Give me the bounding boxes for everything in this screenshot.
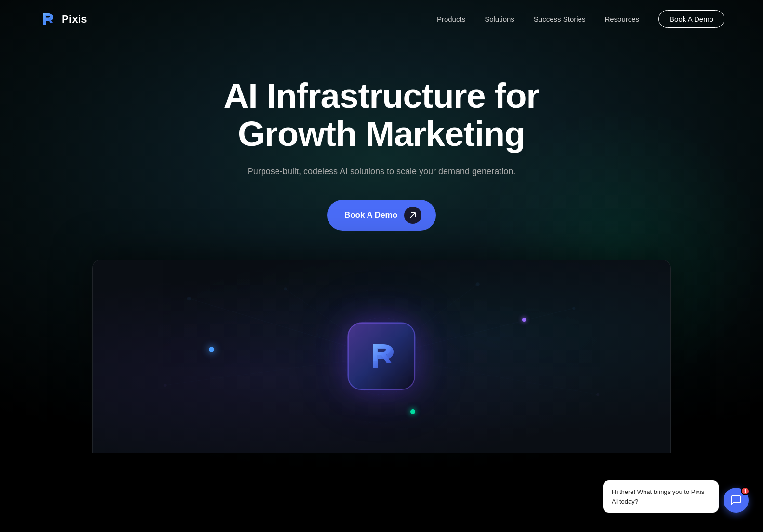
hero-section: AI Infrastructure for Growth Marketing P…: [0, 39, 763, 260]
svg-point-15: [596, 393, 599, 396]
nav-products[interactable]: Products: [437, 15, 465, 23]
dashboard-center-logo: [348, 323, 415, 390]
nav-resources[interactable]: Resources: [605, 15, 639, 23]
dashboard-preview: [92, 260, 671, 453]
page-wrapper: Pixis Products Solutions Success Stories…: [0, 0, 763, 532]
svg-point-12: [476, 283, 480, 286]
dashboard-inner: [93, 260, 670, 453]
chat-bubble: Hi there! What brings you to Pixis AI to…: [603, 480, 719, 513]
chat-widget: Hi there! What brings you to Pixis AI to…: [603, 480, 749, 513]
svg-point-13: [572, 307, 575, 310]
nav-success-stories[interactable]: Success Stories: [534, 15, 586, 23]
chat-open-button[interactable]: 1: [724, 488, 749, 513]
hero-subtitle: Purpose-built, codeless AI solutions to …: [10, 167, 753, 177]
hero-cta-label: Book A Demo: [344, 210, 397, 220]
chat-notification-badge: 1: [741, 487, 750, 495]
floating-dot-blue: [209, 347, 214, 352]
svg-point-11: [284, 288, 287, 291]
navigation: Pixis Products Solutions Success Stories…: [0, 0, 763, 39]
svg-point-10: [187, 297, 191, 301]
floating-dot-purple: [522, 318, 526, 322]
logo-link[interactable]: Pixis: [39, 10, 87, 28]
chat-message: Hi there! What brings you to Pixis AI to…: [612, 488, 704, 505]
nav-solutions[interactable]: Solutions: [485, 15, 514, 23]
hero-title: AI Infrastructure for Growth Marketing: [10, 77, 753, 153]
svg-point-14: [164, 384, 167, 387]
cta-arrow-icon: [404, 207, 421, 224]
pixis-logo-icon: [39, 10, 57, 28]
chat-icon: [730, 494, 742, 506]
nav-links: Products Solutions Success Stories Resou…: [437, 15, 724, 24]
hero-cta-button[interactable]: Book A Demo: [327, 200, 436, 231]
nav-book-demo-button[interactable]: Book A Demo: [658, 10, 724, 28]
brand-name: Pixis: [62, 13, 87, 26]
